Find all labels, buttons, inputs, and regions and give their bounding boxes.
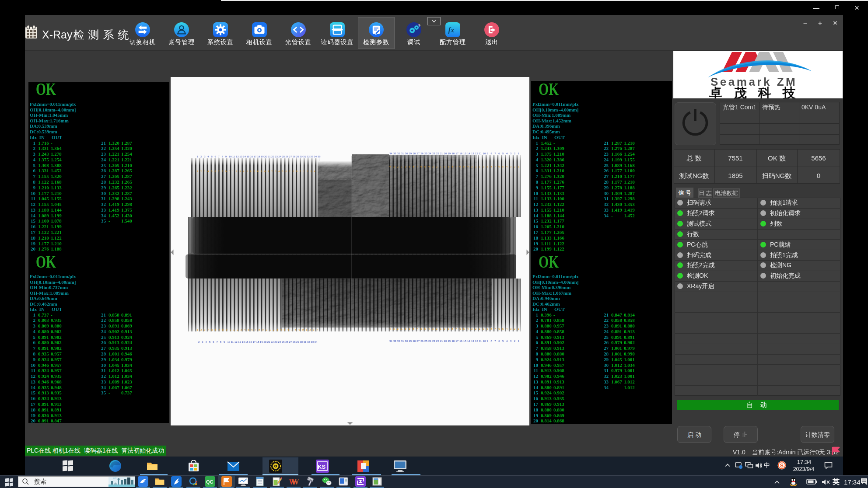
svg-text:1: 1	[518, 328, 519, 330]
svg-text:24: 24	[428, 340, 431, 342]
svg-text:19: 19	[448, 152, 451, 155]
svg-text:2: 2	[307, 170, 308, 173]
svg-text:34: 34	[315, 341, 318, 343]
svg-text:6: 6	[250, 170, 252, 173]
svg-text:3: 3	[471, 328, 472, 330]
svg-text:8: 8	[259, 328, 260, 331]
svg-text:1: 1	[440, 328, 441, 330]
svg-text:9: 9	[298, 328, 300, 331]
svg-text:7: 7	[416, 328, 418, 330]
svg-text:2: 2	[475, 328, 476, 330]
svg-text:1: 1	[306, 328, 307, 331]
svg-text:23: 23	[275, 155, 278, 158]
svg-text:11: 11	[479, 340, 482, 342]
svg-text:14: 14	[467, 152, 470, 155]
svg-text:5: 5	[246, 170, 248, 173]
svg-text:10: 10	[483, 340, 486, 342]
svg-text:16: 16	[459, 152, 462, 155]
svg-text:2: 2	[309, 328, 311, 331]
svg-text:32: 32	[307, 341, 310, 343]
svg-text:2: 2	[200, 328, 202, 331]
svg-text:11: 11	[231, 341, 234, 343]
svg-text:8: 8	[452, 328, 453, 330]
svg-text:23: 23	[432, 152, 435, 155]
svg-text:6: 6	[252, 328, 253, 331]
svg-text:21: 21	[268, 155, 271, 158]
svg-text:25: 25	[424, 152, 427, 155]
svg-text:8: 8	[413, 328, 414, 330]
svg-text:27: 27	[416, 152, 420, 155]
svg-text:2: 2	[237, 328, 238, 331]
svg-text:14: 14	[243, 155, 246, 158]
svg-text:6: 6	[286, 170, 287, 173]
svg-text:27: 27	[289, 341, 292, 343]
svg-text:16: 16	[459, 340, 462, 342]
svg-text:6: 6	[288, 328, 289, 331]
svg-text:35: 35	[318, 155, 321, 158]
svg-text:13: 13	[471, 152, 474, 155]
svg-text:24: 24	[278, 155, 281, 158]
svg-text:8: 8	[490, 328, 492, 330]
svg-text:9: 9	[226, 328, 227, 331]
svg-text:4: 4	[280, 328, 282, 331]
svg-text:21: 21	[440, 152, 443, 155]
svg-text:10: 10	[229, 155, 232, 158]
svg-text:32: 32	[307, 155, 310, 158]
svg-text:5: 5	[284, 328, 285, 331]
svg-text:14: 14	[242, 341, 245, 343]
svg-text:26: 26	[285, 341, 288, 343]
svg-text:30: 30	[405, 152, 408, 155]
svg-text:22: 22	[436, 152, 439, 155]
svg-text:0: 0	[266, 328, 267, 331]
svg-text:33: 33	[393, 340, 396, 342]
svg-text:4: 4	[467, 165, 469, 168]
svg-text:2: 2	[236, 170, 237, 173]
svg-text:8: 8	[413, 165, 414, 168]
svg-text:5: 5	[282, 170, 283, 173]
svg-text:S: S	[780, 462, 784, 469]
svg-text:9: 9	[409, 165, 410, 168]
svg-text:3: 3	[239, 170, 241, 173]
svg-text:4: 4	[207, 170, 209, 173]
svg-text:4: 4	[278, 170, 280, 173]
svg-text:0: 0	[302, 328, 304, 331]
svg-text:6: 6	[498, 165, 500, 168]
svg-text:2: 2	[200, 170, 202, 173]
svg-text:1: 1	[233, 328, 234, 331]
svg-text:8: 8	[295, 328, 296, 331]
svg-text:15: 15	[463, 152, 466, 155]
svg-text:24: 24	[428, 152, 431, 155]
svg-text:2: 2	[514, 165, 515, 168]
svg-text:1: 1	[440, 165, 441, 168]
svg-text:8: 8	[222, 328, 224, 331]
svg-text:3: 3	[275, 170, 276, 173]
svg-text:29: 29	[409, 152, 412, 155]
svg-text:5: 5	[211, 328, 213, 331]
svg-text:32: 32	[397, 152, 400, 155]
svg-text:33: 33	[311, 341, 314, 343]
svg-text:3: 3	[313, 328, 315, 331]
svg-text:0: 0	[264, 170, 266, 173]
svg-text:2: 2	[436, 328, 438, 330]
svg-text:25: 25	[282, 155, 285, 158]
svg-text:18: 18	[452, 152, 455, 155]
svg-text:7: 7	[254, 170, 255, 173]
svg-text:6: 6	[459, 328, 461, 330]
svg-text:3: 3	[432, 328, 434, 330]
svg-text:23: 23	[432, 340, 435, 342]
svg-text:16: 16	[250, 155, 253, 158]
svg-text:5: 5	[424, 165, 426, 168]
svg-text:4: 4	[389, 165, 391, 168]
svg-text:0: 0	[483, 165, 484, 168]
svg-text:2: 2	[475, 165, 476, 168]
svg-text:3: 3	[393, 165, 395, 168]
svg-text:17: 17	[254, 155, 257, 158]
svg-text:2: 2	[436, 165, 438, 168]
svg-text:30: 30	[405, 340, 408, 342]
svg-text:26: 26	[420, 340, 424, 342]
svg-text:13: 13	[471, 340, 474, 342]
svg-text:4: 4	[208, 328, 209, 331]
svg-text:24: 24	[278, 341, 281, 343]
svg-text:11: 11	[232, 155, 235, 158]
svg-text:6: 6	[498, 328, 500, 330]
